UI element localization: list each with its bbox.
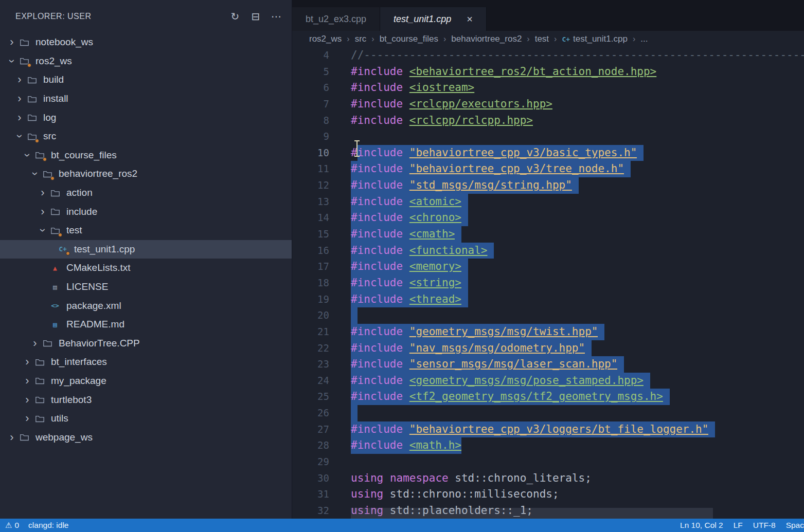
- code-line-5[interactable]: 5#include <behaviortree_ros2/bt_action_n…: [292, 64, 804, 80]
- code-line-19[interactable]: 19#include <thread>: [292, 291, 804, 308]
- breadcrumb-item-ros2_ws[interactable]: ros2_ws: [309, 34, 342, 44]
- line-number[interactable]: 19: [292, 291, 329, 308]
- line-number[interactable]: 13: [292, 194, 329, 210]
- tree-item-behaviortree_ros2[interactable]: ›behaviortree_ros2: [0, 164, 292, 184]
- line-number[interactable]: 4: [292, 47, 329, 64]
- tree-item-utils[interactable]: ›utils: [0, 409, 292, 428]
- line-number[interactable]: 8: [292, 113, 329, 129]
- line-number[interactable]: 9: [292, 129, 329, 145]
- tree-item-ros2_ws[interactable]: ›ros2_ws: [0, 52, 292, 71]
- tree-item-LICENSE[interactable]: ›▤LICENSE: [0, 278, 292, 297]
- line-number[interactable]: 17: [292, 259, 329, 275]
- code-editor[interactable]: 4//-------------------------------------…: [292, 47, 804, 519]
- tree-item-test_unit1.cpp[interactable]: ›C+test_unit1.cpp: [0, 240, 292, 259]
- tree-item-log[interactable]: ›log: [0, 108, 292, 127]
- chevron-right-icon[interactable]: ›: [21, 412, 33, 425]
- line-number[interactable]: 20: [292, 307, 329, 324]
- line-number[interactable]: 16: [292, 243, 329, 259]
- tab-test_unit1.cpp[interactable]: test_unit1.cpp×: [380, 7, 487, 31]
- line-number[interactable]: 12: [292, 177, 329, 194]
- line-number[interactable]: 23: [292, 356, 329, 373]
- chevron-right-icon[interactable]: ›: [13, 111, 26, 124]
- code-line-26[interactable]: 26: [292, 405, 804, 421]
- horizontal-scrollbar[interactable]: [351, 508, 713, 519]
- chevron-right-icon[interactable]: ›: [13, 92, 26, 105]
- line-number[interactable]: 26: [292, 405, 329, 421]
- code-line-16[interactable]: 16#include <functional>: [292, 243, 804, 259]
- line-number[interactable]: 24: [292, 373, 329, 389]
- line-number[interactable]: 25: [292, 389, 329, 405]
- chevron-down-icon[interactable]: ›: [13, 130, 26, 143]
- chevron-right-icon[interactable]: ›: [28, 337, 41, 350]
- line-number[interactable]: 10: [292, 145, 329, 161]
- line-number[interactable]: 7: [292, 96, 329, 113]
- chevron-right-icon[interactable]: ›: [36, 186, 49, 199]
- collapse-folders-icon[interactable]: ⊟: [249, 10, 262, 23]
- code-line-4[interactable]: 4//-------------------------------------…: [292, 47, 804, 64]
- language-server-status[interactable]: clangd: idle: [28, 521, 68, 530]
- breadcrumb-item-src[interactable]: src: [355, 34, 367, 44]
- line-number[interactable]: 27: [292, 421, 329, 438]
- tree-item-src[interactable]: ›src: [0, 127, 292, 146]
- code-line-31[interactable]: 31using std::chrono::milliseconds;: [292, 486, 804, 503]
- line-number[interactable]: 14: [292, 210, 329, 226]
- tree-item-BehaviorTree.CPP[interactable]: ›BehaviorTree.CPP: [0, 334, 292, 353]
- line-number[interactable]: 22: [292, 340, 329, 357]
- code-line-27[interactable]: 27#include "behaviortree_cpp_v3/loggers/…: [292, 421, 804, 438]
- line-number[interactable]: 21: [292, 324, 329, 340]
- code-line-20[interactable]: 20: [292, 307, 804, 324]
- chevron-down-icon[interactable]: ›: [5, 54, 18, 67]
- code-line-28[interactable]: 28#include <math.h>: [292, 437, 804, 454]
- chevron-down-icon[interactable]: ›: [21, 149, 33, 161]
- code-line-24[interactable]: 24#include <geometry_msgs/msg/pose_stamp…: [292, 373, 804, 389]
- tree-item-test[interactable]: ›test: [0, 221, 292, 240]
- tree-item-CMakeLists.txt[interactable]: ›▲CMakeLists.txt: [0, 259, 292, 278]
- chevron-right-icon[interactable]: ›: [21, 393, 33, 406]
- line-number[interactable]: 32: [292, 503, 329, 519]
- tree-item-action[interactable]: ›action: [0, 184, 292, 203]
- code-line-18[interactable]: 18#include <string>: [292, 275, 804, 291]
- code-line-11[interactable]: 11#include "behaviortree_cpp_v3/tree_nod…: [292, 161, 804, 177]
- chevron-down-icon[interactable]: ›: [36, 224, 49, 237]
- tree-item-install[interactable]: ›install: [0, 89, 292, 108]
- breadcrumb-item-test_unit1.cpp[interactable]: C+test_unit1.cpp: [562, 34, 628, 44]
- tree-item-notebook_ws[interactable]: ›notebook_ws: [0, 33, 292, 52]
- encoding-indicator[interactable]: UTF-8: [753, 521, 776, 530]
- code-line-30[interactable]: 30using namespace std::chrono_literals;: [292, 470, 804, 487]
- chevron-right-icon[interactable]: ›: [5, 36, 18, 49]
- chevron-down-icon[interactable]: ›: [28, 168, 41, 180]
- tree-item-my_package[interactable]: ›my_package: [0, 372, 292, 391]
- chevron-right-icon[interactable]: ›: [21, 374, 33, 387]
- breadcrumb-item-bt_course_files[interactable]: bt_course_files: [380, 34, 438, 44]
- code-line-12[interactable]: 12#include "std_msgs/msg/string.hpp": [292, 177, 804, 194]
- line-number[interactable]: 30: [292, 470, 329, 487]
- tree-item-package.xml[interactable]: ›<>package.xml: [0, 296, 292, 315]
- tree-item-include[interactable]: ›include: [0, 202, 292, 221]
- line-number[interactable]: 6: [292, 80, 329, 96]
- breadcrumb-item-behaviortree_ros2[interactable]: behaviortree_ros2: [451, 34, 522, 44]
- line-number[interactable]: 15: [292, 226, 329, 243]
- cursor-position[interactable]: Ln 10, Col 2: [680, 521, 723, 530]
- tree-item-bt_course_files[interactable]: ›bt_course_files: [0, 146, 292, 165]
- line-number[interactable]: 5: [292, 64, 329, 80]
- code-line-29[interactable]: 29: [292, 454, 804, 470]
- tree-item-bt_interfaces[interactable]: ›bt_interfaces: [0, 353, 292, 372]
- code-line-10[interactable]: 10#include "behaviortree_cpp_v3/basic_ty…: [292, 145, 804, 161]
- breadcrumb-item-test[interactable]: test: [535, 34, 549, 44]
- chevron-right-icon[interactable]: ›: [21, 356, 33, 369]
- close-icon[interactable]: ×: [467, 13, 473, 25]
- more-actions-icon[interactable]: ⋯: [270, 10, 282, 23]
- tree-item-turtlebot3[interactable]: ›turtlebot3: [0, 390, 292, 409]
- code-line-14[interactable]: 14#include <chrono>: [292, 210, 804, 226]
- line-number[interactable]: 29: [292, 454, 329, 470]
- code-line-25[interactable]: 25#include <tf2_geometry_msgs/tf2_geomet…: [292, 389, 804, 405]
- code-line-7[interactable]: 7#include <rclcpp/executors.hpp>: [292, 96, 804, 113]
- chevron-right-icon[interactable]: ›: [13, 74, 26, 86]
- indentation-indicator[interactable]: Spac: [786, 521, 804, 530]
- code-line-9[interactable]: 9: [292, 129, 804, 145]
- line-number[interactable]: 18: [292, 275, 329, 291]
- line-number[interactable]: 28: [292, 437, 329, 454]
- tab-bt_u2_ex3.cpp[interactable]: bt_u2_ex3.cpp: [292, 7, 380, 31]
- breadcrumb-item-...[interactable]: ...: [640, 34, 648, 44]
- eol-indicator[interactable]: LF: [734, 521, 743, 530]
